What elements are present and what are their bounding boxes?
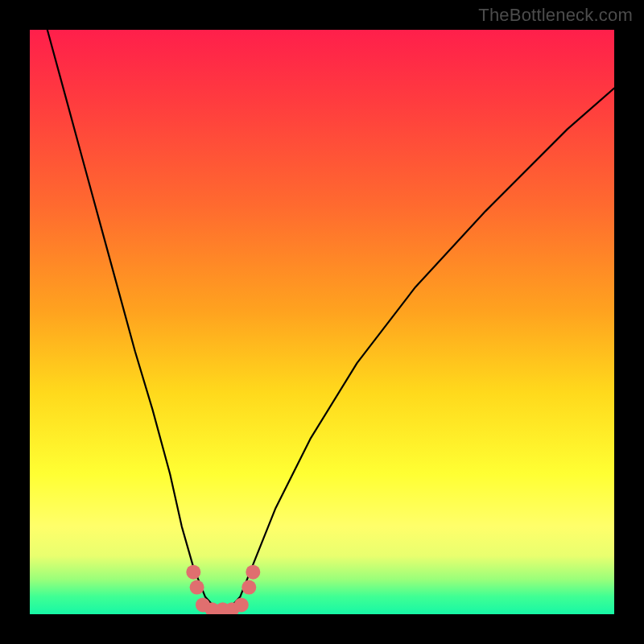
watermark-text: TheBottleneck.com bbox=[478, 5, 633, 26]
bottleneck-curve bbox=[47, 30, 614, 609]
data-marker bbox=[190, 580, 204, 595]
plot-area bbox=[30, 30, 614, 614]
chart-frame: TheBottleneck.com bbox=[0, 0, 644, 644]
data-marker bbox=[242, 580, 256, 595]
chart-layer bbox=[47, 30, 614, 614]
data-marker bbox=[234, 597, 249, 612]
data-marker bbox=[186, 565, 200, 580]
bottleneck-chart-svg bbox=[30, 30, 614, 614]
data-marker bbox=[246, 565, 260, 580]
